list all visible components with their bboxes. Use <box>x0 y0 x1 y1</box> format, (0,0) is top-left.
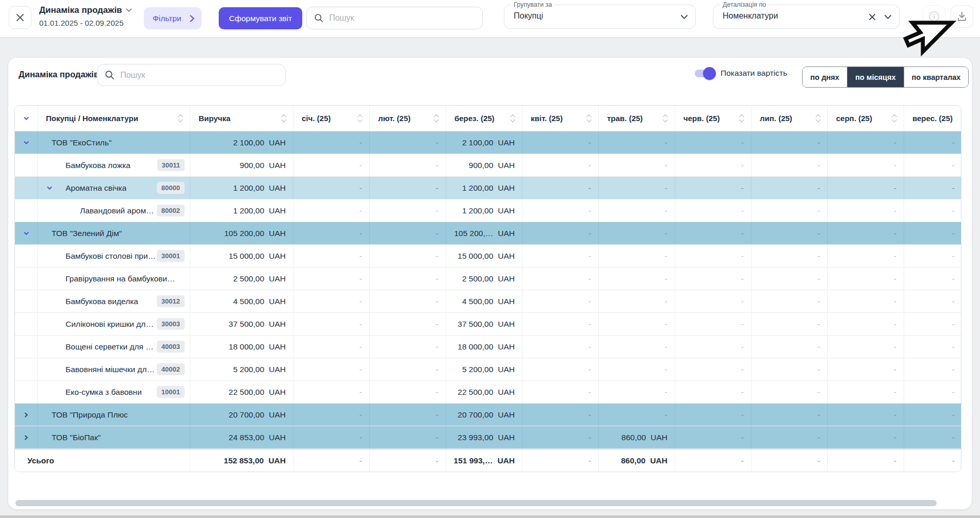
amount-cell: - <box>752 404 828 426</box>
empty-value: - <box>436 297 438 306</box>
amount: 2 100,00 <box>462 138 493 147</box>
group-by-select[interactable]: Групувати за Покупці <box>504 5 696 29</box>
sort-icon[interactable] <box>177 113 184 124</box>
sort-icon[interactable] <box>739 113 745 124</box>
chevron-right-icon[interactable] <box>23 434 30 441</box>
panel-search[interactable] <box>97 64 286 86</box>
amount-cell: - <box>522 290 599 312</box>
report-title-block: Динаміка продажів 01.01.2025 - 02.09.202… <box>39 5 132 27</box>
expander-cell[interactable] <box>15 222 38 244</box>
amount-cell: 105 200,…UAH <box>446 222 522 244</box>
amount-cell: - <box>599 177 675 199</box>
group-row[interactable]: ТОВ "ЕкоСтиль"2 100,00UAH--2 100,00UAH--… <box>15 131 961 154</box>
item-row[interactable]: Лавандовий аром…800021 200,00UAH--1 200,… <box>15 199 961 222</box>
amount: 1 200,00 <box>462 183 493 193</box>
column-header-month[interactable]: лют. (25) <box>370 106 446 131</box>
amount-cell: - <box>370 381 446 403</box>
name-cell: ТОВ "Зелений Дім" <box>38 222 190 244</box>
item-row[interactable]: Вощені серветки для у…4000318 000,00UAH-… <box>15 336 961 358</box>
column-header-revenue[interactable]: Виручка <box>190 106 293 131</box>
chevron-down-icon[interactable] <box>23 115 30 122</box>
amount-cell: - <box>828 154 904 176</box>
name-cell: Силіконові кришки дл…30003 <box>38 313 190 335</box>
sort-icon[interactable] <box>815 113 821 124</box>
column-header-month[interactable]: берез. (25) <box>446 106 522 131</box>
horizontal-scrollbar[interactable] <box>15 500 962 506</box>
sort-icon[interactable] <box>662 113 668 124</box>
amount-cell: - <box>904 404 961 426</box>
empty-value: - <box>894 365 896 374</box>
period-button[interactable]: по днях <box>803 67 847 87</box>
expander-cell[interactable] <box>15 426 38 448</box>
item-row[interactable]: Силіконові кришки дл…3000337 500,00UAH--… <box>15 313 961 336</box>
download-button[interactable] <box>951 5 973 28</box>
info-button[interactable] <box>923 5 945 28</box>
column-header-month[interactable]: черв. (25) <box>675 106 752 131</box>
close-button[interactable] <box>9 6 31 29</box>
amount-cell: - <box>522 313 599 335</box>
sort-icon[interactable] <box>433 113 439 124</box>
currency-unit: UAH <box>269 229 286 238</box>
empty-value: - <box>589 161 591 170</box>
amount-cell: - <box>293 131 370 154</box>
chevron-down-icon[interactable] <box>884 14 892 20</box>
currency-unit: UAH <box>269 320 286 329</box>
amount-cell: 152 853,00UAH <box>190 449 293 472</box>
chevron-down-icon[interactable] <box>23 139 30 146</box>
amount-cell: - <box>370 358 446 380</box>
item-row[interactable]: Бамбукові столові при…3000115 000,00UAH-… <box>15 245 961 268</box>
scrollbar-thumb[interactable] <box>15 500 937 506</box>
amount-cell: - <box>828 404 904 426</box>
amount-cell: 900,00UAH <box>446 154 522 176</box>
column-header-month[interactable]: лип. (25) <box>752 106 828 131</box>
column-header-month[interactable]: січ. (25) <box>293 106 370 131</box>
sort-icon[interactable] <box>281 113 287 124</box>
expand-all-cell[interactable] <box>15 106 38 131</box>
group-row[interactable]: ТОВ "Природа Плюс20 700,00UAH--20 700,00… <box>15 404 961 426</box>
empty-value: - <box>741 138 744 147</box>
column-header-month[interactable]: верес. (25) <box>904 106 961 131</box>
toolbar-search[interactable] <box>306 7 483 29</box>
item-row[interactable]: Гравірування на бамбукови…2 500,00UAH--2… <box>15 268 961 290</box>
group-row[interactable]: ТОВ "БіоПак"24 853,00UAH--23 993,00UAH-8… <box>15 426 961 449</box>
name-cell: Бамбукові столові при…30001 <box>38 245 190 267</box>
amount-cell: 22 500,00UAH <box>446 381 522 403</box>
generate-report-button[interactable]: Сформувати звіт <box>219 7 302 29</box>
item-row[interactable]: Бавовняні мішечки дл…400025 200,00UAH--5… <box>15 358 961 381</box>
item-row[interactable]: Еко-сумка з бавовни1000122 500,00UAH--22… <box>15 381 961 404</box>
expander-cell[interactable] <box>15 131 38 154</box>
column-header-month[interactable]: квіт. (25) <box>522 106 599 131</box>
item-row[interactable]: Бамбукова виделка300124 500,00UAH--4 500… <box>15 290 961 313</box>
toolbar-search-input[interactable] <box>329 13 475 23</box>
currency-unit: UAH <box>269 274 286 283</box>
column-header-month[interactable]: серп. (25) <box>828 106 904 131</box>
expander[interactable] <box>46 185 53 192</box>
sort-icon[interactable] <box>586 113 592 124</box>
amount-cell: 105 200,00UAH <box>190 222 293 244</box>
clear-icon[interactable] <box>869 13 876 21</box>
item-row[interactable]: Бамбукова ложка30011900,00UAH--900,00UAH… <box>15 154 961 177</box>
chevron-down-icon[interactable] <box>46 185 53 192</box>
period-button[interactable]: по кварталах <box>904 67 969 87</box>
screen-bottom-edge <box>0 515 980 518</box>
column-header-month[interactable]: трав. (25) <box>599 106 675 131</box>
sort-icon[interactable] <box>891 113 897 124</box>
detail-by-select[interactable]: Деталізація по Номенклатури <box>713 5 900 29</box>
group-row[interactable]: Ароматна свічка800001 200,00UAH--1 200,0… <box>15 177 961 199</box>
chevron-down-icon[interactable] <box>23 230 30 237</box>
panel-search-input[interactable] <box>120 71 278 80</box>
show-value-toggle[interactable] <box>695 70 714 77</box>
empty-value: - <box>436 138 438 147</box>
chevron-down-icon[interactable] <box>680 14 688 20</box>
group-row[interactable]: ТОВ "Зелений Дім"105 200,00UAH--105 200,… <box>15 222 961 245</box>
chevron-right-icon[interactable] <box>23 411 30 419</box>
filters-button[interactable]: Фільтри <box>144 7 202 29</box>
sort-icon[interactable] <box>357 113 363 124</box>
sort-icon[interactable] <box>510 113 516 124</box>
column-header-name[interactable]: Покупці / Номенклатури <box>38 106 190 131</box>
report-title[interactable]: Динаміка продажів <box>39 5 132 15</box>
amount: 15 000,00 <box>458 252 493 261</box>
currency-unit: UAH <box>269 433 286 442</box>
expander-cell[interactable] <box>15 404 38 426</box>
period-button[interactable]: по місяцях <box>847 67 903 87</box>
